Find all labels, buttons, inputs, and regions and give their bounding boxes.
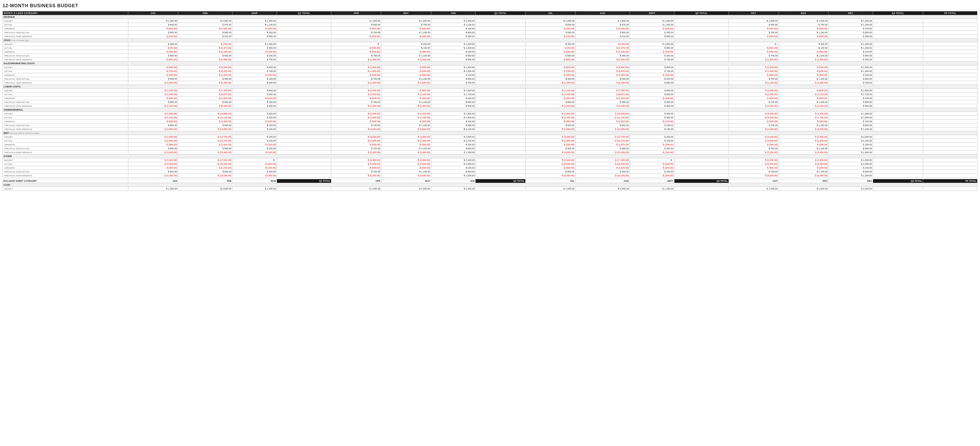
l-a-q2: $ (1,900.00) (476, 92, 525, 96)
bs-col-jan: JAN (128, 179, 178, 183)
o-pa-dec: $ 800.00 (829, 170, 873, 174)
ebit-label: EBIT Earnings Before Interest & Taxes (3, 131, 977, 135)
l-a-q4: $ (1,900.00) (873, 92, 923, 96)
c-b-feb: $ (750.00) (178, 42, 232, 46)
l-b-q2: $ (1,200.00) (476, 89, 525, 92)
e-pa-q1: $ 1,560.00 (277, 147, 331, 151)
s-pa-q1: $ 1,560.00 (277, 77, 331, 81)
revenue-budget-label: BUDGET (3, 19, 128, 23)
c-a-q2: $ 900.00 (476, 46, 525, 50)
c-v-aug: $ (1,625.00) (575, 50, 630, 54)
r-b-nov: $ 1,000.00 (778, 19, 829, 23)
revenue-prev-variance-row: PREVIOUS YEAR VARIANCE $ (150.00) $ 315.… (3, 35, 977, 38)
r-b-oct: $ 1,000.00 (729, 19, 778, 23)
a-a-jul: $ (2,150.00) (525, 116, 576, 119)
a-v-apr: $ (500.00) (331, 119, 381, 124)
s-b-may: $ (200.00) (381, 65, 431, 69)
o-pv-q1: $ (23,835.00) (277, 174, 331, 178)
other-actual-row: ACTUAL $ (3,550.00) $ (18,625.00) $ (100… (3, 162, 977, 166)
l-a-jan: $ (1,450.00) (128, 92, 178, 96)
e-v-feb: $ (1,625.00) (178, 143, 232, 147)
a-pa-q1: $ 1,560.00 (277, 124, 331, 127)
s-pa-may: $ 1,100.00 (381, 77, 431, 81)
e-a-oct: $ (4,500.00) (729, 139, 778, 143)
e-pa-sept: $ 200.00 (630, 147, 675, 151)
s-pa-q2: $ 2,600.00 (476, 77, 525, 81)
o-pv-nov: $ (4,000.00) (778, 174, 829, 178)
bs-col-may: MAY (381, 179, 431, 183)
admin-actual-row: ACTUAL $ (2,150.00) $ (12,125.00) $ 300.… (3, 116, 977, 119)
r-pa-nov: $ 1,100.00 (778, 31, 829, 35)
col-oct: OCT (729, 11, 778, 15)
o-b-aug: $ (17,000.00) (575, 158, 630, 162)
s-a-aug: $ (5,625.00) (575, 69, 630, 73)
l-v-q2: $ (700.00) (476, 96, 525, 100)
cash-budget-row: BUDGET $ 1,000.00 $ 2,500.00 $ 1,200.00 … (3, 187, 977, 191)
o-a-may: $ (2,900.00) (381, 162, 431, 166)
l-a-oct: $ (2,500.00) (729, 92, 778, 96)
c-pa-apr: $ 700.00 (331, 54, 381, 58)
e-a-feb: $ (15,375.00) (178, 139, 232, 143)
c-pv-apr: $ (1,200.00) (331, 58, 381, 62)
l-pa-jan: $ 800.00 (128, 100, 178, 104)
o-v-feb: $ (1,625.00) (178, 166, 232, 170)
labor-variance-row: VARIANCE $ (350.00) $ (1,625.00) $ (100.… (3, 96, 977, 100)
cash-b-dec: $ 1,000.00 (829, 187, 873, 191)
r-a-apr: $ 500.00 (331, 23, 381, 27)
sales-variance-row: VARIANCE $ (350.00) $ (1,625.00) $ (100.… (3, 73, 977, 77)
c-pv-q3: $ (3,085.00) (674, 58, 729, 62)
l-a-q1: $ (9,825.00) (277, 92, 331, 96)
s-b-jul: $ (400.00) (525, 65, 576, 69)
r-a-q1: $ 2,625.00 (277, 23, 331, 27)
r-b-jan: $ 1,000.00 (128, 19, 178, 23)
o-b-apr: $ (5,000.00) (331, 158, 381, 162)
e-pv-mar: $ (100.00) (232, 151, 277, 155)
a-b-sept: $ 400.00 (630, 112, 675, 116)
l-pv-jan: $ (2,250.00) (128, 104, 178, 108)
o-b-sept: $ - (630, 158, 675, 162)
a-pa-nov: $ 1,100.00 (778, 124, 829, 127)
r-pv-yr: $ 1,630.00 (923, 35, 977, 38)
l-pv-oct: $ (3,200.00) (729, 104, 778, 108)
l-pa-sept: $ 200.00 (630, 100, 675, 104)
r-pv-feb: $ 315.00 (178, 35, 232, 38)
col-jun: JUN (431, 11, 476, 15)
o-a-aug: $ (18,625.00) (575, 162, 630, 166)
o-pa-jan: $ 800.00 (128, 170, 178, 174)
c-pa-yr: $ 8,320.00 (923, 54, 977, 58)
c-b-may: $ 400.00 (381, 42, 431, 46)
s-b-oct: $ (1,000.00) (729, 65, 778, 69)
s-b-yr: $ (6,800.00) (923, 65, 977, 69)
l-a-dec: $ 1,700.00 (829, 92, 873, 96)
labor-actual-label: ACTUAL (3, 92, 128, 96)
o-pa-may: $ 1,100.00 (381, 170, 431, 174)
c-b-apr: $ - (331, 42, 381, 46)
a-pv-yr: $ (42,870.00) (923, 127, 977, 131)
l-pv-aug: $ (9,435.00) (575, 104, 630, 108)
a-pa-apr: $ 700.00 (331, 124, 381, 127)
a-pa-q4: $ 2,600.00 (873, 124, 923, 127)
o-b-jun: $ 2,200.00 (431, 158, 476, 162)
cash-b-nov: $ 1,000.00 (778, 187, 829, 191)
a-b-may: $ (1,400.00) (381, 112, 431, 116)
r-pv-sept: $ 900.00 (630, 35, 675, 38)
o-a-q1: $ (22,275.00) (277, 162, 331, 166)
e-v-jun: $ 100.00 (431, 143, 476, 147)
s-a-jun: $ 1,500.00 (431, 69, 476, 73)
s-b-jan: $ (400.00) (128, 65, 178, 69)
a-pv-jan: $ (2,950.00) (128, 127, 178, 131)
revenue-header: REVENUE (3, 15, 977, 19)
e-pa-jan: $ 800.00 (128, 147, 178, 151)
l-a-jun: $ 1,700.00 (431, 92, 476, 96)
c-b-yr: $ 4,300.00 (923, 42, 977, 46)
l-pv-jun: $ 900.00 (431, 104, 476, 108)
ebit-prev-variance-label: PREVIOUS YEAR VARIANCE (3, 151, 128, 155)
c-v-mar: $ (100.00) (232, 50, 277, 54)
l-pa-jul: $ 800.00 (525, 100, 576, 104)
cash-b-oct: $ 1,000.00 (729, 187, 778, 191)
e-b-may: $ (2,000.00) (381, 135, 431, 139)
s-pv-jan: $ (1,550.00) (128, 81, 178, 85)
e-a-dec: $ 2,100.00 (829, 139, 873, 143)
s-b-nov: $ (200.00) (778, 65, 829, 69)
a-b-q4: $ (2,600.00) (873, 112, 923, 116)
